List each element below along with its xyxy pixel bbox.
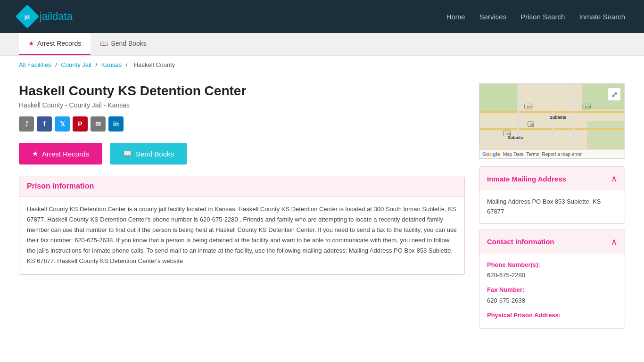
main-container: Haskell County KS Detention Center Haske… [0, 74, 644, 344]
google-logo: Google [482, 151, 500, 157]
contact-info-header[interactable]: Contact Information ∧ [479, 230, 625, 254]
subnav-arrest-label: Arrest Records [37, 40, 81, 47]
breadcrumb-kansas[interactable]: Kansas [101, 61, 122, 68]
fax-label: Fax Number: [487, 285, 617, 295]
prison-info-heading: Prison Information [27, 182, 457, 190]
page-subtitle: Haskell County - County Jail - Kansas [19, 101, 465, 109]
svg-rect-1 [480, 84, 517, 112]
subnav: ★ Arrest Records 📖 Send Books [0, 33, 644, 56]
logo-jail: jail [40, 10, 52, 22]
arrest-star-icon: ★ [32, 149, 38, 158]
contact-info-heading: Contact Information [487, 238, 554, 246]
page-title: Haskell County KS Detention Center [19, 83, 465, 99]
mailing-address-toggle-icon: ∧ [611, 173, 617, 184]
social-facebook-btn[interactable]: f [37, 116, 52, 132]
contact-info-body: Phone Number(s): 620-675-2280 Fax Number… [479, 254, 625, 328]
physical-label: Physical Prison Address: [487, 311, 617, 321]
breadcrumb-haskell: Haskell County [134, 61, 175, 68]
arrest-records-button[interactable]: ★ Arrest Records [19, 143, 102, 165]
map-svg: 160 144 56 190 Sublette Satanta [479, 84, 625, 158]
nav-prison-search[interactable]: Prison Search [520, 13, 565, 21]
send-books-book-icon: 📖 [123, 149, 132, 158]
contact-info-toggle-icon: ∧ [611, 237, 617, 247]
svg-rect-9 [573, 84, 574, 158]
logo-data: data [52, 10, 73, 22]
svg-rect-3 [587, 121, 624, 149]
logo-text: jaildata [40, 10, 73, 23]
nav-inmate-search[interactable]: Inmate Search [579, 13, 625, 21]
nav-home[interactable]: Home [446, 13, 465, 21]
send-books-label: Send Books [136, 150, 174, 158]
mailing-address-heading: Inmate Mailing Address [487, 175, 566, 183]
svg-rect-7 [517, 84, 519, 158]
fax-number: 620-675-2638 [487, 296, 617, 306]
breadcrumb-sep-1: / [55, 61, 58, 68]
right-column: 160 144 56 190 Sublette Satanta ⤢ Google… [479, 83, 625, 334]
breadcrumb-county-jail[interactable]: County Jail [61, 61, 91, 68]
social-twitter-btn[interactable]: 𝕏 [55, 116, 70, 132]
breadcrumb: All Facilities / County Jail / Kansas / … [0, 56, 644, 74]
social-share-btn[interactable]: ⤴ [19, 116, 34, 132]
map-container: 160 144 56 190 Sublette Satanta ⤢ Google… [479, 83, 625, 159]
map-report[interactable]: Report a map error [542, 152, 582, 157]
svg-text:Satanta: Satanta [508, 135, 523, 140]
logo-initials: jd [25, 13, 30, 20]
breadcrumb-all-facilities[interactable]: All Facilities [19, 61, 51, 68]
logo[interactable]: jd jaildata [19, 8, 73, 25]
prison-info-body: Haskell County KS Detention Center is a … [19, 197, 464, 274]
prison-info-header: Prison Information [19, 176, 464, 197]
mailing-address-panel: Inmate Mailing Address ∧ Mailing Address… [479, 166, 625, 224]
svg-text:Sublette: Sublette [550, 115, 566, 120]
social-linkedin-btn[interactable]: in [108, 116, 124, 132]
map-expand-button[interactable]: ⤢ [608, 88, 621, 101]
social-pinterest-btn[interactable]: P [73, 116, 88, 132]
breadcrumb-sep-3: / [126, 61, 129, 68]
book-icon: 📖 [100, 40, 108, 47]
subnav-books-label: Send Books [111, 40, 147, 47]
map-terms[interactable]: Terms [526, 152, 539, 157]
mailing-address-header[interactable]: Inmate Mailing Address ∧ [479, 167, 625, 190]
svg-rect-8 [552, 109, 553, 137]
phone-number: 620-675-2280 [487, 271, 617, 280]
phone-label: Phone Number(s): [487, 260, 617, 270]
nav-services[interactable]: Services [479, 13, 507, 21]
header: jd jaildata Home Services Prison Search … [0, 0, 644, 33]
logo-diamond: jd [16, 5, 40, 29]
social-email-btn[interactable]: ✉ [91, 116, 106, 132]
social-icons: ⤴ f 𝕏 P ✉ in [19, 116, 465, 132]
map-bottom-bar: Google Map Data Terms Report a map error [479, 150, 625, 158]
svg-rect-6 [480, 140, 550, 141]
arrest-records-label: Arrest Records [42, 150, 89, 158]
contact-info-panel: Contact Information ∧ Phone Number(s): 6… [479, 230, 625, 329]
main-nav: Home Services Prison Search Inmate Searc… [446, 13, 625, 21]
mailing-address-body: Mailing Address PO Box 853 Sublette, KS … [479, 190, 625, 223]
send-books-button[interactable]: 📖 Send Books [110, 143, 187, 165]
action-buttons: ★ Arrest Records 📖 Send Books [19, 143, 465, 165]
breadcrumb-sep-2: / [95, 61, 99, 68]
svg-text:56: 56 [530, 123, 534, 127]
subnav-send-books[interactable]: 📖 Send Books [91, 33, 156, 55]
mailing-address-text: Mailing Address PO Box 853 Sublette, KS … [487, 198, 601, 215]
star-icon: ★ [28, 40, 34, 47]
subnav-arrest-records[interactable]: ★ Arrest Records [19, 33, 91, 55]
prison-info-box: Prison Information Haskell County KS Det… [19, 176, 465, 275]
map-data-label: Map Data [503, 152, 523, 157]
left-column: Haskell County KS Detention Center Haske… [19, 83, 465, 334]
